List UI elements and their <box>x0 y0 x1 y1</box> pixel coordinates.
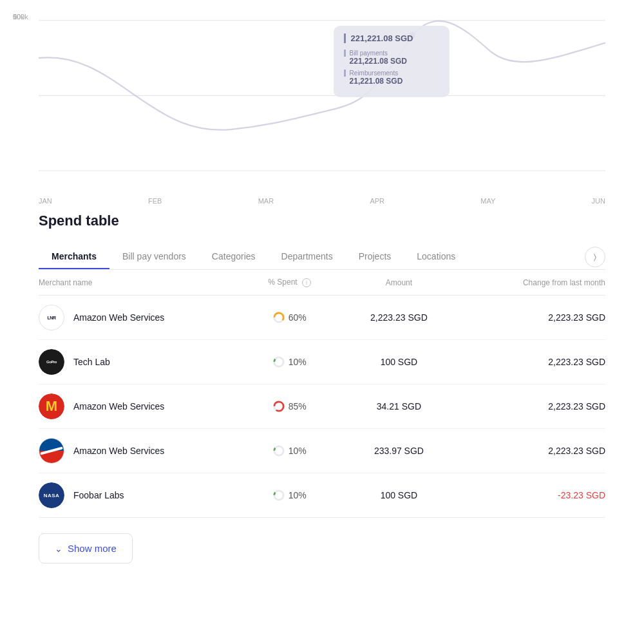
merchant-logo: GoPro <box>39 349 64 375</box>
col-header-amount: Amount <box>338 278 460 287</box>
col-header-merchant: Merchant name <box>39 278 241 287</box>
merchant-name: Tech Lab <box>73 357 110 367</box>
tooltip-reimbursements-label: Reimbursements <box>344 70 439 77</box>
tooltip-main-amount: 221,221.08 SGD <box>344 33 439 43</box>
amount-cell: 34.21 SGD <box>338 401 460 412</box>
chevron-down-icon: ⌄ <box>55 544 62 554</box>
tooltip-bill-payments: Bill payments 221,221.08 SGD <box>344 50 439 66</box>
merchant-logo <box>39 438 64 464</box>
change-cell: 2,223.23 SGD <box>460 312 605 323</box>
table-body: LNR Amazon Web Services 60% 2,223.23 SGD… <box>39 296 605 518</box>
merchant-name: Amazon Web Services <box>73 312 164 323</box>
svg-point-12 <box>274 491 283 500</box>
merchant-info: M Amazon Web Services <box>39 393 241 419</box>
spent-cell: 85% <box>241 401 338 412</box>
table-row[interactable]: LNR Amazon Web Services 60% 2,223.23 SGD… <box>39 296 605 340</box>
merchant-name: Foobar Labs <box>73 490 124 500</box>
col-header-change: Change from last month <box>460 278 605 287</box>
tab-departments[interactable]: Departments <box>269 245 346 269</box>
merchant-info: Amazon Web Services <box>39 438 241 464</box>
change-cell: -23.23 SGD <box>460 490 605 500</box>
amount-cell: 100 SGD <box>338 357 460 367</box>
percent-spent-value: 10% <box>289 446 307 456</box>
table-row[interactable]: NASA Foobar Labs 10% 100 SGD -23.23 SGD <box>39 473 605 518</box>
chart-area: 100k 50k 0 221,221.08 SGD Bill payments … <box>0 0 644 206</box>
spent-cell: 10% <box>241 445 338 457</box>
table-row[interactable]: GoPro Tech Lab 10% 100 SGD 2,223.23 SGD <box>39 340 605 384</box>
merchant-info: GoPro Tech Lab <box>39 349 241 375</box>
tab-projects[interactable]: Projects <box>346 245 404 269</box>
x-label-jun: JUN <box>592 197 605 205</box>
merchant-info: NASA Foobar Labs <box>39 482 241 508</box>
tab-bill-pay-vendors[interactable]: Bill pay vendors <box>109 245 199 269</box>
spent-cell: 60% <box>241 312 338 323</box>
percent-spent-value: 60% <box>289 312 307 323</box>
table-header: Merchant name % Spent i Amount Change fr… <box>39 270 605 296</box>
x-label-feb: FEB <box>148 197 162 205</box>
percent-spent-info-icon[interactable]: i <box>302 278 311 287</box>
percent-spent-value: 10% <box>289 490 307 500</box>
tabs-scroll-right[interactable]: 〉 <box>585 247 605 267</box>
merchant-name: Amazon Web Services <box>73 401 164 412</box>
tooltip-bill-payments-label: Bill payments <box>344 50 439 57</box>
svg-point-6 <box>274 357 283 366</box>
tooltip-reimbursements: Reimbursements 21,221.08 SGD <box>344 70 439 86</box>
merchant-info: LNR Amazon Web Services <box>39 305 241 330</box>
spend-section: Spend table Merchants Bill pay vendors C… <box>0 206 644 589</box>
percent-spent-value: 10% <box>289 357 307 367</box>
amount-cell: 100 SGD <box>338 490 460 500</box>
col-header-spent: % Spent i <box>241 278 338 287</box>
merchant-name: Amazon Web Services <box>73 446 164 456</box>
chart-tooltip: 221,221.08 SGD Bill payments 221,221.08 … <box>334 26 450 97</box>
change-cell: 2,223.23 SGD <box>460 357 605 367</box>
merchant-logo: NASA <box>39 482 64 508</box>
merchant-logo: LNR <box>39 305 64 330</box>
merchant-logo: M <box>39 393 64 419</box>
change-cell: 2,223.23 SGD <box>460 446 605 456</box>
x-label-mar: MAR <box>258 197 274 205</box>
tooltip-bill-payments-value: 221,221.08 SGD <box>344 57 439 66</box>
table-row[interactable]: Amazon Web Services 10% 233.97 SGD 2,223… <box>39 429 605 473</box>
table-row[interactable]: M Amazon Web Services 85% 34.21 SGD 2,22… <box>39 384 605 429</box>
spend-table-title: Spend table <box>39 213 605 229</box>
show-more-button[interactable]: ⌄ Show more <box>39 533 133 564</box>
tab-locations[interactable]: Locations <box>404 245 468 269</box>
svg-point-10 <box>274 446 283 455</box>
x-axis-labels: JAN FEB MAR APR MAY JUN <box>39 193 605 205</box>
tab-categories[interactable]: Categories <box>199 245 269 269</box>
amount-cell: 2,223.23 SGD <box>338 312 460 323</box>
tooltip-reimbursements-value: 21,221.08 SGD <box>344 77 439 86</box>
show-more-label: Show more <box>68 543 117 554</box>
spent-cell: 10% <box>241 489 338 501</box>
spent-cell: 10% <box>241 356 338 368</box>
x-label-apr: APR <box>370 197 384 205</box>
amount-cell: 233.97 SGD <box>338 446 460 456</box>
percent-spent-value: 85% <box>289 401 307 412</box>
chart-container: 221,221.08 SGD Bill payments 221,221.08 … <box>39 13 605 193</box>
x-label-jan: JAN <box>39 197 52 205</box>
tab-merchants[interactable]: Merchants <box>39 245 109 269</box>
tabs: Merchants Bill pay vendors Categories De… <box>39 245 605 270</box>
chart-svg <box>39 13 605 193</box>
y-label-0: 0 <box>13 13 17 21</box>
change-cell: 2,223.23 SGD <box>460 401 605 412</box>
x-label-may: MAY <box>480 197 495 205</box>
